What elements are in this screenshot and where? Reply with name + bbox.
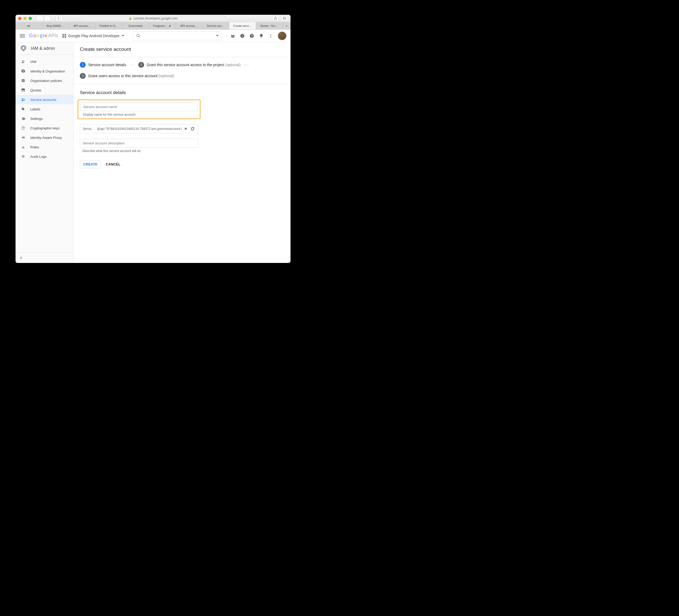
browser-tab[interactable]: Grammarly xyxy=(123,22,149,29)
svg-point-39 xyxy=(23,127,24,128)
sidebar-item-org-policies[interactable]: Organisation policies xyxy=(15,76,73,85)
search-icon xyxy=(136,34,140,38)
tag-icon xyxy=(21,107,26,111)
step-2[interactable]: 2 Grant this service account access to t… xyxy=(138,62,240,68)
refresh-icon[interactable] xyxy=(190,127,195,131)
svg-point-38 xyxy=(23,118,24,119)
sidebar-item-label: Settings xyxy=(30,117,43,121)
svg-point-9 xyxy=(137,34,139,37)
sidebar-item-label: Labels xyxy=(30,107,40,111)
alert-icon[interactable] xyxy=(240,33,245,38)
svg-rect-44 xyxy=(22,155,25,156)
create-button[interactable]: CREATE xyxy=(80,160,101,168)
service-account-description-input[interactable] xyxy=(80,138,198,148)
project-icon xyxy=(62,34,66,38)
email-field-group: Service… @api-7976831618413465116-759572… xyxy=(80,124,284,133)
browser-tab[interactable]: API access… xyxy=(176,22,202,29)
svg-rect-15 xyxy=(242,34,243,36)
back-button[interactable]: ‹ xyxy=(37,16,43,21)
step-label: Grant this service account access to the… xyxy=(147,63,240,67)
search-box[interactable] xyxy=(133,31,222,40)
sidebar-item-quotas[interactable]: Quotas xyxy=(15,85,73,95)
project-selector[interactable]: Google Play Android Developer xyxy=(62,34,124,38)
list-box-icon xyxy=(21,79,26,83)
chevron-left-icon xyxy=(20,256,24,260)
svg-point-21 xyxy=(270,35,271,36)
svg-point-23 xyxy=(22,60,24,62)
sidebar-item-identity[interactable]: Identity & Organisation xyxy=(15,66,73,76)
svg-rect-41 xyxy=(22,137,23,138)
email-prefix: Service… xyxy=(83,127,95,131)
cancel-button[interactable]: CANCEL xyxy=(106,162,120,166)
main-header: Create service account xyxy=(73,42,291,57)
person-add-icon xyxy=(21,60,26,63)
logs-icon xyxy=(21,155,26,158)
forward-button[interactable]: › xyxy=(44,16,51,21)
email-domain: @api-7976831618413465116-759572.iam.gser… xyxy=(97,127,182,131)
svg-rect-42 xyxy=(23,137,24,137)
clear-icon[interactable]: ✕ xyxy=(183,127,188,131)
app-header: Google APIs Google Play Android Develope… xyxy=(15,30,291,42)
browser-tab[interactable]: Fragmen… 🔊 xyxy=(149,22,176,29)
sidebar: IAM & admin IAM Identity & Organisation … xyxy=(15,42,73,263)
service-account-name-input[interactable] xyxy=(80,102,198,111)
sidebar-item-iap[interactable]: Identity-Aware Proxy xyxy=(15,133,73,142)
sidebar-item-label: Identity & Organisation xyxy=(30,69,65,73)
browser-tab[interactable]: API access… xyxy=(69,22,96,29)
sidebar-item-roles[interactable]: Roles xyxy=(15,142,73,152)
step-1[interactable]: 1 Service account details xyxy=(80,62,126,68)
chevron-down-icon xyxy=(122,35,124,36)
sidebar-item-labels[interactable]: Labels xyxy=(15,104,73,114)
sidebar-collapse-button[interactable] xyxy=(15,252,73,263)
sidebar-item-label: Organisation policies xyxy=(30,79,62,83)
sidebar-item-crypto-keys[interactable]: Cryptographic keys xyxy=(15,123,73,133)
search-dropdown-icon xyxy=(216,35,219,36)
iam-shield-icon xyxy=(21,45,26,52)
user-avatar[interactable] xyxy=(278,32,286,40)
svg-text:?: ? xyxy=(251,34,253,37)
more-icon[interactable] xyxy=(268,33,273,38)
svg-rect-43 xyxy=(23,138,24,138)
step-label: Grant users access to this service accou… xyxy=(88,74,174,78)
share-button[interactable] xyxy=(272,16,279,21)
svg-point-22 xyxy=(270,37,271,37)
sidebar-item-label: Roles xyxy=(30,145,39,149)
sidebar-item-label: Service accounts xyxy=(30,98,56,102)
name-field-group: Display name for this service account xyxy=(78,100,200,119)
browser-tab[interactable]: Stores · Sm… xyxy=(256,22,283,29)
description-field-group: Describe what this service account will … xyxy=(80,138,284,153)
browser-tab[interactable]: de xyxy=(15,22,42,29)
menu-button[interactable] xyxy=(20,34,25,37)
browser-tab-active[interactable]: Create servi… xyxy=(229,22,256,29)
google-apis-logo[interactable]: Google APIs xyxy=(29,33,58,38)
tabs-overview-button[interactable] xyxy=(281,16,288,21)
help-icon[interactable]: ? xyxy=(250,33,254,38)
window-zoom-button[interactable] xyxy=(29,17,32,20)
sidebar-item-iam[interactable]: IAM xyxy=(15,57,73,66)
svg-rect-7 xyxy=(283,18,285,20)
step-3[interactable]: 3 Grant users access to this service acc… xyxy=(80,73,174,79)
gift-icon[interactable] xyxy=(230,33,235,38)
sidebar-item-service-accounts[interactable]: Service accounts xyxy=(15,95,73,104)
window-close-button[interactable] xyxy=(18,17,21,20)
notifications-icon[interactable] xyxy=(259,33,264,38)
browser-window: ‹ › 🔒 console.developers.google.com 🔊 ⟳ xyxy=(15,15,291,263)
roles-icon xyxy=(21,146,26,149)
new-tab-button[interactable]: + xyxy=(283,22,291,29)
browser-tab[interactable]: Service acc… xyxy=(202,22,229,29)
browser-tab[interactable]: Publish to G… xyxy=(96,22,122,29)
service-account-email-field[interactable]: Service… @api-7976831618413465116-759572… xyxy=(80,124,198,133)
project-name: Google Play Android Developer xyxy=(68,34,120,38)
name-helper-text: Display name for this service account xyxy=(80,113,198,117)
sidebar-toggle-button[interactable] xyxy=(56,16,62,21)
browser-tab[interactable]: Bug 59400:… xyxy=(42,22,69,29)
sidebar-item-audit-logs[interactable]: Audit Logs xyxy=(15,152,73,161)
svg-line-10 xyxy=(139,36,140,37)
service-account-icon xyxy=(21,98,26,101)
window-minimize-button[interactable] xyxy=(24,17,27,20)
sidebar-header: IAM & admin xyxy=(15,42,73,55)
svg-rect-33 xyxy=(22,89,25,90)
address-bar[interactable]: 🔒 console.developers.google.com xyxy=(81,16,225,21)
sidebar-item-settings[interactable]: Settings xyxy=(15,114,73,123)
gear-icon xyxy=(21,117,26,121)
